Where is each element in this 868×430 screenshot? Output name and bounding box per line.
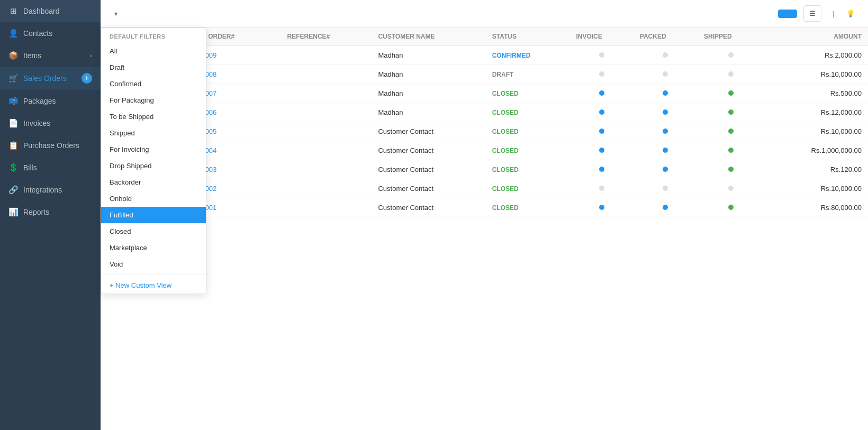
sidebar-label-items: Items	[23, 51, 85, 60]
status-badge: CLOSED	[492, 128, 519, 135]
shipped-dot	[728, 148, 734, 153]
dropdown-item-onhold[interactable]: Onhold	[101, 190, 206, 207]
sidebar-item-bills[interactable]: 💲 Bills	[0, 157, 101, 179]
row-invoice	[569, 198, 633, 217]
row-amount: Rs.10,000.00	[764, 122, 868, 141]
row-amount: Rs.500.00	[764, 84, 868, 103]
dropdown-item-for-packaging[interactable]: For Packaging	[101, 92, 206, 108]
separator: |	[828, 6, 840, 21]
table-row[interactable]: 18 Apr 2017 SO-00004 Customer Contact CL…	[101, 141, 868, 160]
invoice-dot	[599, 71, 604, 77]
sidebar-item-contacts[interactable]: 👤 Contacts	[0, 22, 101, 44]
sidebar-item-dashboard[interactable]: ⊞ Dashboard	[0, 0, 101, 22]
row-shipped	[698, 179, 764, 198]
row-status: CLOSED	[486, 84, 570, 103]
dropdown-item-shipped[interactable]: Shipped	[101, 125, 206, 141]
new-button[interactable]	[778, 10, 797, 18]
sidebar-label-integrations: Integrations	[23, 186, 92, 194]
shipped-dot	[728, 167, 734, 172]
sidebar-item-packages[interactable]: 📫 Packages	[0, 90, 101, 112]
dropdown-item-fulfilled[interactable]: Fulfilled	[101, 207, 206, 223]
row-status: DRAFT	[486, 65, 570, 84]
row-reference	[281, 198, 372, 217]
dropdown-caret-icon: ▾	[114, 10, 117, 17]
sales-orders-table: DATESALES ORDER#REFERENCE#CUSTOMER NAMES…	[101, 28, 868, 217]
row-invoice	[569, 122, 633, 141]
sidebar-item-sales-orders[interactable]: 🛒 Sales Orders+	[0, 67, 101, 90]
sidebar-item-invoices[interactable]: 📄 Invoices	[0, 112, 101, 134]
table-row[interactable]: 18 Apr 2017 SO-00005 Customer Contact CL…	[101, 122, 868, 141]
row-amount: Rs.12,000.00	[764, 103, 868, 122]
new-custom-view-button[interactable]: + New Custom View	[101, 277, 206, 294]
shipped-dot	[728, 109, 734, 115]
dropdown-divider	[101, 275, 206, 275]
menu-icon: ☰	[809, 10, 816, 17]
dropdown-item-drop-shipped[interactable]: Drop Shipped	[101, 158, 206, 174]
shipped-dot	[728, 186, 734, 191]
sales-orders-icon: 🛒	[8, 74, 18, 83]
dashboard-icon: ⊞	[8, 6, 18, 16]
row-reference	[281, 141, 372, 160]
dropdown-item-marketplace[interactable]: Marketplace	[101, 240, 206, 256]
table-row[interactable]: 10 Jan 2017 SO-00001 Customer Contact CL…	[101, 198, 868, 217]
dropdown-item-for-invoicing[interactable]: For Invoicing	[101, 141, 206, 158]
row-shipped	[698, 103, 764, 122]
dropdown-item-void[interactable]: Void	[101, 256, 206, 272]
row-status: CLOSED	[486, 198, 570, 217]
lightbulb-icon: 💡	[846, 10, 855, 17]
page-tips-button[interactable]: 💡	[846, 10, 857, 17]
table-row[interactable]: 24 Apr 2017 SO-00009 Madhan CONFIRMED Rs…	[101, 46, 868, 65]
shipped-dot	[728, 71, 734, 77]
row-invoice	[569, 160, 633, 179]
row-amount: Rs.1,000,000.00	[764, 141, 868, 160]
reports-icon: 📊	[8, 207, 18, 217]
table-header-row: DATESALES ORDER#REFERENCE#CUSTOMER NAMES…	[101, 28, 868, 46]
table-row[interactable]: 18 Apr 2017 SO-00003 Customer Contact CL…	[101, 160, 868, 179]
row-invoice	[569, 141, 633, 160]
row-packed	[634, 65, 698, 84]
page-title[interactable]: ▾	[111, 10, 117, 17]
row-invoice	[569, 179, 633, 198]
col-header-amount: AMOUNT	[764, 28, 868, 46]
packed-dot	[663, 129, 668, 134]
sidebar-item-purchase-orders[interactable]: 📋 Purchase Orders	[0, 134, 101, 157]
shipped-dot	[728, 129, 734, 134]
row-amount: Rs.120.00	[764, 160, 868, 179]
row-status: CLOSED	[486, 141, 570, 160]
sidebar-item-integrations[interactable]: 🔗 Integrations	[0, 179, 101, 201]
sidebar-item-items[interactable]: 📦 Items›	[0, 44, 101, 67]
packages-icon: 📫	[8, 96, 18, 106]
dropdown-item-all[interactable]: All	[101, 43, 206, 59]
dropdown-item-confirmed[interactable]: Confirmed	[101, 76, 206, 92]
row-shipped	[698, 84, 764, 103]
col-header-reference: REFERENCE#	[281, 28, 372, 46]
row-customer: Customer Contact	[372, 122, 485, 141]
dropdown-item-to-be-shipped[interactable]: To be Shipped	[101, 108, 206, 125]
table-row[interactable]: 20 Apr 2017 SO-00008 Madhan DRAFT Rs.10,…	[101, 65, 868, 84]
col-header-customer: CUSTOMER NAME	[372, 28, 485, 46]
dropdown-item-backorder[interactable]: Backorder	[101, 174, 206, 190]
row-invoice	[569, 103, 633, 122]
row-packed	[634, 179, 698, 198]
dropdown-item-closed[interactable]: Closed	[101, 223, 206, 240]
packed-dot	[663, 205, 668, 210]
row-customer: Madhan	[372, 103, 485, 122]
add-sales-order-icon[interactable]: +	[82, 73, 92, 84]
row-invoice	[569, 84, 633, 103]
sidebar-item-reports[interactable]: 📊 Reports	[0, 201, 101, 223]
status-badge: CLOSED	[492, 109, 519, 116]
table-row[interactable]: 18 Apr 2017 SO-00007 Madhan CLOSED Rs.50…	[101, 84, 868, 103]
menu-button[interactable]: ☰	[803, 5, 821, 22]
row-invoice	[569, 65, 633, 84]
row-customer: Customer Contact	[372, 160, 485, 179]
invoice-dot	[599, 186, 604, 191]
sidebar-label-dashboard: Dashboard	[23, 7, 92, 15]
row-shipped	[698, 46, 764, 65]
invoice-dot	[599, 148, 604, 153]
row-status: CLOSED	[486, 179, 570, 198]
dropdown-item-draft[interactable]: Draft	[101, 59, 206, 76]
table-row[interactable]: 18 Apr 2017 SO-00006 Madhan CLOSED Rs.12…	[101, 103, 868, 122]
row-customer: Customer Contact	[372, 141, 485, 160]
table-row[interactable]: 18 Apr 2017 SO-00002 Customer Contact CL…	[101, 179, 868, 198]
status-badge: CONFIRMED	[492, 52, 531, 59]
